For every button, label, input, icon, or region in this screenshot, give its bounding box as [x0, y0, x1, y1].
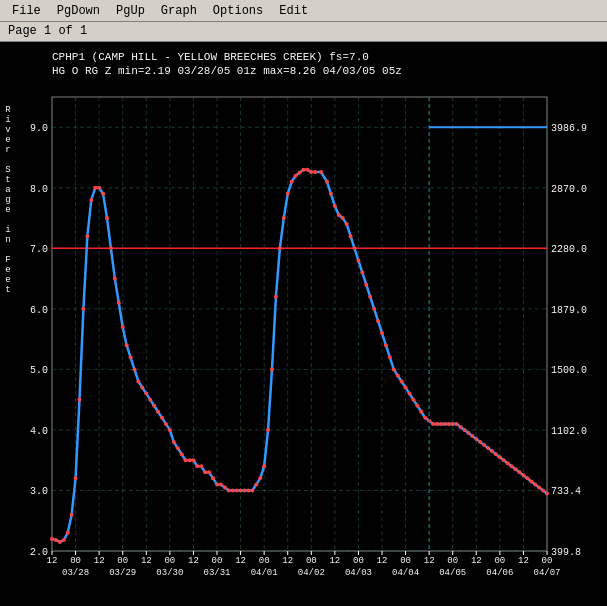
menubar: File PgDown PgUp Graph Options Edit	[0, 0, 607, 22]
menu-graph[interactable]: Graph	[153, 2, 205, 20]
graph-container	[0, 42, 607, 606]
graph-canvas	[0, 42, 607, 606]
menu-pgup[interactable]: PgUp	[108, 2, 153, 20]
menu-options[interactable]: Options	[205, 2, 271, 20]
menu-file[interactable]: File	[4, 2, 49, 20]
statusbar: Page 1 of 1	[0, 22, 607, 42]
menu-pgdown[interactable]: PgDown	[49, 2, 108, 20]
page-info: Page 1 of 1	[8, 24, 87, 38]
menu-edit[interactable]: Edit	[271, 2, 316, 20]
